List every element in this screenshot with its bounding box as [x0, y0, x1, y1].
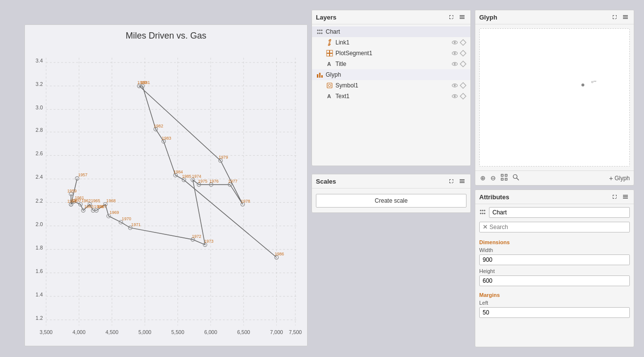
svg-point-105	[321, 30, 323, 31]
layer-item-chart[interactable]: Chart	[312, 26, 470, 37]
svg-rect-148	[623, 195, 628, 196]
svg-rect-144	[501, 178, 503, 180]
text1-actions	[451, 93, 466, 100]
svg-rect-102	[460, 18, 465, 19]
width-input[interactable]	[479, 254, 630, 265]
svg-text:5,500: 5,500	[171, 329, 184, 335]
svg-rect-101	[460, 17, 465, 18]
svg-rect-115	[327, 54, 330, 57]
svg-text:3.4: 3.4	[36, 58, 43, 63]
add-glyph-button[interactable]: + Glyph	[609, 174, 630, 182]
svg-text:1963: 1963	[84, 204, 93, 209]
attributes-expand-btn[interactable]	[610, 193, 619, 201]
svg-text:4,500: 4,500	[106, 329, 119, 335]
dimensions-section-title: Dimensions	[479, 239, 630, 245]
svg-text:2.2: 2.2	[36, 198, 43, 204]
svg-text:1977: 1977	[228, 179, 237, 184]
layers-header-actions	[447, 13, 466, 21]
svg-text:1959: 1959	[67, 189, 77, 193]
svg-point-111	[454, 42, 456, 43]
svg-rect-113	[327, 50, 330, 53]
layer-item-symbol1[interactable]: Symbol1	[312, 80, 470, 91]
width-label: Width	[479, 247, 630, 253]
symbol-icon	[326, 82, 333, 89]
glyph-menu-btn[interactable]	[621, 13, 630, 21]
chart-svg: 3.4 3.2 3.0 2.8 2.6 2.4 2.2 2.0 1.8 1.6 …	[25, 25, 307, 344]
glyph-zoom-controls: ⊕ ⊖	[479, 173, 520, 183]
svg-text:A: A	[327, 61, 331, 67]
svg-text:2.6: 2.6	[36, 150, 43, 156]
chart-section: Miles Driven vs. Gas 3.4 3.2 3.0 2.8 2.6…	[10, 10, 308, 347]
plus-icon: +	[609, 174, 613, 182]
svg-point-103	[317, 30, 319, 31]
svg-point-128	[329, 84, 331, 87]
svg-point-151	[480, 210, 482, 211]
svg-text:1976: 1976	[209, 179, 219, 184]
search-input[interactable]	[489, 224, 626, 231]
attr-chart-input[interactable]	[489, 207, 630, 218]
svg-rect-142	[501, 174, 503, 176]
chart-title: Miles Driven vs. Gas	[25, 31, 307, 41]
glyph-expand-btn[interactable]	[610, 13, 619, 21]
search-row: ✕	[479, 222, 630, 232]
svg-text:7,500: 7,500	[289, 329, 302, 335]
svg-text:1981: 1981	[141, 80, 150, 85]
attributes-menu-btn[interactable]	[621, 193, 630, 201]
svg-rect-114	[330, 50, 333, 53]
layer-item-title[interactable]: A Title	[312, 59, 470, 69]
svg-point-108	[321, 33, 323, 34]
svg-text:1979: 1979	[219, 155, 228, 160]
glyph-fit-btn[interactable]	[500, 173, 509, 183]
layer-item-link1[interactable]: Link1	[312, 37, 470, 48]
svg-text:1969: 1969	[110, 210, 119, 215]
layers-expand-btn[interactable]	[447, 13, 456, 21]
margins-section-title: Margins	[479, 292, 630, 298]
svg-line-147	[517, 178, 519, 181]
title-text-icon: A	[326, 60, 333, 68]
layers-menu-btn[interactable]	[458, 13, 466, 21]
attributes-panel-header: Attributes	[475, 190, 634, 204]
height-input[interactable]	[479, 275, 630, 286]
svg-point-134	[454, 95, 456, 97]
glyph-zoom-in-btn[interactable]: ⊕	[479, 173, 487, 183]
scales-expand-btn[interactable]	[447, 177, 456, 185]
svg-text:1982: 1982	[154, 124, 163, 128]
left-margin-label: Left	[479, 300, 630, 306]
glyph-search-btn[interactable]	[511, 173, 520, 183]
svg-text:1.6: 1.6	[36, 268, 43, 274]
layer-item-glyph[interactable]: Glyph	[312, 69, 470, 80]
glyph-canvas: o**	[479, 28, 630, 167]
glyph-chart-icon	[316, 71, 324, 79]
left-panel-col: Layers	[311, 10, 471, 347]
layer-title-label: Title	[335, 61, 449, 67]
layer-glyph-label: Glyph	[326, 71, 466, 78]
svg-marker-112	[460, 40, 466, 45]
svg-text:3.0: 3.0	[36, 105, 43, 110]
svg-rect-137	[460, 181, 465, 182]
svg-point-106	[317, 33, 319, 34]
scales-menu-btn[interactable]	[458, 177, 466, 185]
add-glyph-label: Glyph	[615, 175, 630, 182]
svg-rect-125	[319, 73, 321, 78]
scales-header-actions	[447, 177, 466, 185]
layers-panel-title: Layers	[316, 14, 336, 21]
left-margin-input[interactable]	[479, 307, 630, 318]
svg-text:2.4: 2.4	[36, 174, 43, 180]
attr-chart-row	[479, 207, 630, 218]
create-scale-button[interactable]: Create scale	[316, 194, 466, 208]
glyph-footer: ⊕ ⊖ + Glyph	[475, 170, 634, 185]
layer-symbol1-label: Symbol1	[335, 82, 449, 89]
layer-item-plotsegment1[interactable]: PlotSegment1	[312, 48, 470, 59]
svg-text:1971: 1971	[131, 222, 140, 227]
svg-text:1965: 1965	[91, 198, 100, 203]
scales-panel-header: Scales	[312, 174, 470, 189]
layer-item-text1[interactable]: A Text1	[312, 91, 470, 102]
svg-marker-135	[460, 93, 466, 99]
dots-icon	[316, 28, 324, 36]
layer-link1-label: Link1	[335, 39, 449, 46]
svg-text:5,000: 5,000	[138, 329, 152, 335]
glyph-zoom-out-btn[interactable]: ⊖	[489, 173, 497, 183]
svg-text:6,500: 6,500	[237, 329, 250, 335]
svg-rect-140	[623, 17, 628, 18]
glyph-header-actions	[610, 13, 630, 21]
